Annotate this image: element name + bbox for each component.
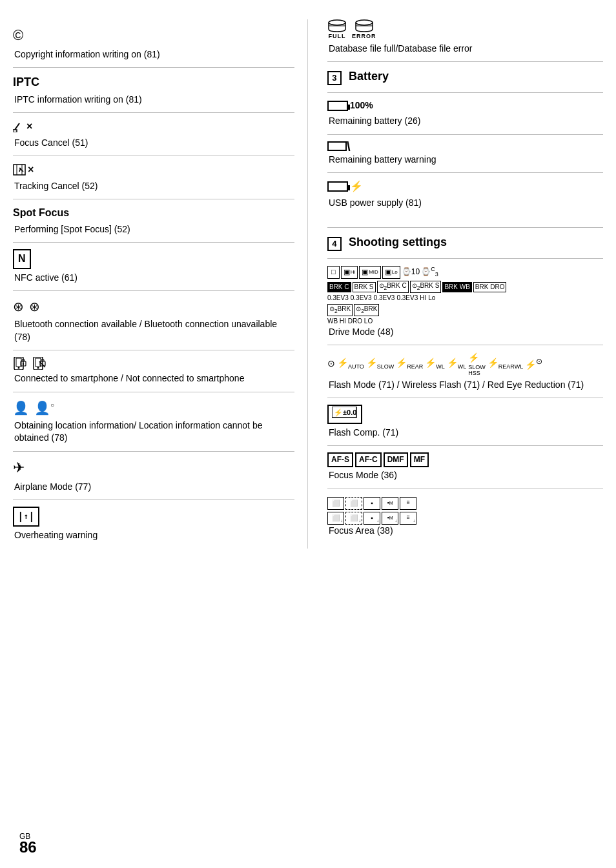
bluetooth-available-icon: ⊛ (13, 298, 24, 316)
location-desc: Obtaining location information/ Location… (13, 419, 294, 445)
drive-line3: WB HI DRO LO (327, 317, 603, 326)
iptc-desc: IPTC information writing on (81) (13, 94, 294, 106)
svg-point-16 (356, 20, 373, 25)
section-usb-power: ⚡ USB power supply (81) (327, 172, 603, 216)
focus-area-icons-row2: ⬜↓ ⬜↓ ▪↓ ▪M↓ ⠿↓ (327, 512, 603, 525)
wb-hi-icon: ⊙2BRK (327, 304, 353, 316)
drive-mode-icons: □ ▣Hi ▣MID ▣Lo ⌚10 ⌚C3 (327, 265, 603, 279)
database-error-icon: ERROR (352, 19, 376, 41)
section-nfc: N NFC active (61) (13, 242, 294, 290)
smartphone-connected-icon (13, 357, 27, 370)
section-flash-mode: ⊙ ⚡AUTO ⚡SLOW ⚡REAR ⚡WL ⚡WL ⚡SLOWHSS ⚡RE… (327, 345, 603, 398)
overheat-desc: Overheating warning (13, 529, 294, 542)
wb-hi-label: WB HI (327, 317, 346, 326)
ev3-label: 0.3EV3 (374, 294, 395, 303)
focus-afs-icon: AF-S (327, 452, 353, 467)
flash-slow2-icon: ⚡WL (447, 357, 467, 370)
flash-rear-wl-icon: ⚡REARWL (488, 357, 523, 370)
spot-focus-desc: Performing [Spot Focus] (52) (13, 223, 294, 236)
fa-center-icon: ▪ (364, 497, 380, 510)
section-battery-warning: \ Remaining battery warning (327, 134, 603, 173)
smartphone-disconnected-icon (32, 357, 46, 370)
svg-point-11 (37, 367, 39, 369)
brk-icons-row1: BRK C BRK S ⊙2BRK C ⊙2BRK S BRK WB BRK D… (327, 281, 603, 293)
tracking-cancel-desc: Tracking Cancel (52) (13, 180, 294, 193)
section-spot-focus: Spot Focus Performing [Spot Focus] (52) (13, 199, 294, 242)
fa-zone2-icon: ⬜↓ (345, 512, 362, 525)
section-focus-area: ⬜ ⬜ ▪ ▪M ⠿ ⬜↓ ⬜↓ ▪↓ ▪M↓ ⠿↓ Focus Area (3… (327, 489, 603, 544)
flash-slow-hss-icon: ⚡SLOWHSS (468, 352, 486, 376)
section-shooting: 4 Shooting settings □ ▣Hi ▣MID ▣Lo ⌚10 ⌚… (327, 227, 603, 549)
flash-off-icon: ⊙ (327, 358, 335, 370)
drive-continuous-lo-icon: ▣Lo (382, 266, 400, 278)
drive-mode-desc: Drive Mode (48) (327, 326, 603, 339)
flash-mode-desc: Flash Mode (71) / Wireless Flash (71) / … (327, 379, 603, 392)
focus-cancel-icon: × (13, 119, 32, 134)
overheat-icon: |↑| (13, 507, 39, 526)
brk-icons-row2: ⊙2BRK ⊙2BRK (327, 304, 603, 316)
left-column: © Copyright information writing on (81) … (13, 19, 308, 549)
section-remaining-battery: 100% Remaining battery (26) (327, 92, 603, 134)
brk-s-icon: BRK S (353, 282, 376, 292)
nfc-icon: N (13, 249, 31, 268)
shooting-label: Shooting settings (349, 234, 447, 250)
ev1-label: 0.3EV3 (327, 294, 349, 303)
svg-point-14 (329, 20, 345, 25)
flash-redeye-icon: ⚡⊙ (525, 356, 542, 371)
section-location: 👤 👤○ Obtaining location information/ Loc… (13, 392, 294, 451)
brk-wb-icon: BRK WB (442, 282, 471, 292)
fa-wide-icon: ⬜ (327, 497, 344, 510)
flash-fill-icon: ⚡SLOW (366, 357, 395, 370)
brk-wbc-icon: ⊙2BRK C (377, 281, 409, 293)
drive-single-icon: □ (327, 266, 340, 278)
lo-label: Lo (428, 294, 435, 303)
flash-icons: ⊙ ⚡AUTO ⚡SLOW ⚡REAR ⚡WL ⚡WL ⚡SLOWHSS ⚡RE… (327, 352, 603, 376)
usb-power-desc: USB power supply (81) (327, 197, 603, 210)
fa-flex-m2-icon: ▪M↓ (382, 512, 398, 525)
database-full-icon: FULL (327, 19, 347, 41)
battery-section-number: 3 (327, 71, 342, 85)
bluetooth-unavailable-icon: ⊛ (29, 298, 40, 316)
bluetooth-desc: Bluetooth connection available / Bluetoo… (13, 318, 294, 343)
drive-timer3-icon: ⌚C3 (421, 265, 438, 279)
tracking-cancel-icon: × (13, 163, 34, 177)
section-iptc: IPTC IPTC information writing on (81) (13, 67, 294, 112)
section-copyright: © Copyright information writing on (81) (13, 19, 294, 67)
section-airplane: ✈ Airplane Mode (77) (13, 451, 294, 500)
drive-line2: 0.3EV3 0.3EV3 0.3EV3 0.3EV3 HI Lo (327, 294, 603, 303)
spot-focus-label: Spot Focus (13, 206, 294, 220)
location-obtaining-icon: 👤 (13, 399, 29, 417)
section-focus-mode: AF-S AF-C DMF MF Focus Mode (36) (327, 445, 603, 488)
database-icons-row: FULL ERROR (327, 19, 603, 41)
location-unavailable-icon: 👤○ (34, 399, 54, 417)
section-database: FULL ERROR Database file full/Database f… (327, 19, 603, 61)
drive-continuous-hi-icon: ▣Hi (341, 266, 358, 278)
svg-marker-0 (13, 130, 17, 132)
drive-continuous-mid-icon: ▣MID (359, 266, 381, 278)
svg-text:⚡±0.0: ⚡±0.0 (334, 408, 356, 417)
right-column: FULL ERROR Database file full/Database f… (308, 19, 603, 549)
copyright-desc: Copyright information writing on (81) (13, 48, 294, 61)
fa-zone-icon: ⬜ (345, 497, 362, 510)
flash-wl-icon: ⚡WL (425, 357, 445, 370)
drive-timer10-icon: ⌚10 (402, 267, 420, 278)
flash-auto-icon: ⚡AUTO (337, 357, 364, 370)
page-number: 86 (19, 836, 37, 858)
airplane-icon: ✈ (13, 458, 25, 478)
focus-area-icons-row1: ⬜ ⬜ ▪ ▪M ⠿ (327, 497, 603, 510)
fa-expand-icon: ⠿ (400, 497, 416, 510)
battery-usb-icon: ⚡ (327, 179, 363, 194)
database-desc: Database file full/Database file error (327, 43, 603, 56)
focus-mode-icons: AF-S AF-C DMF MF (327, 452, 603, 467)
flash-comp-desc: Flash Comp. (71) (327, 427, 603, 439)
section-battery: 3 Battery 100% Remaining battery (26) (327, 61, 603, 221)
section-overheat: |↑| Overheating warning (13, 500, 294, 548)
iptc-label: IPTC (13, 74, 294, 90)
copyright-icon: © (13, 26, 23, 46)
fa-center2-icon: ▪↓ (364, 512, 380, 525)
nfc-desc: NFC active (61) (13, 272, 294, 285)
shooting-section-number: 4 (327, 237, 342, 251)
section-flash-comp: ⚡±0.0 Flash Comp. (71) (327, 398, 603, 445)
focus-cancel-desc: Focus Cancel (51) (13, 137, 294, 150)
ev2-label: 0.3EV3 (351, 294, 372, 303)
